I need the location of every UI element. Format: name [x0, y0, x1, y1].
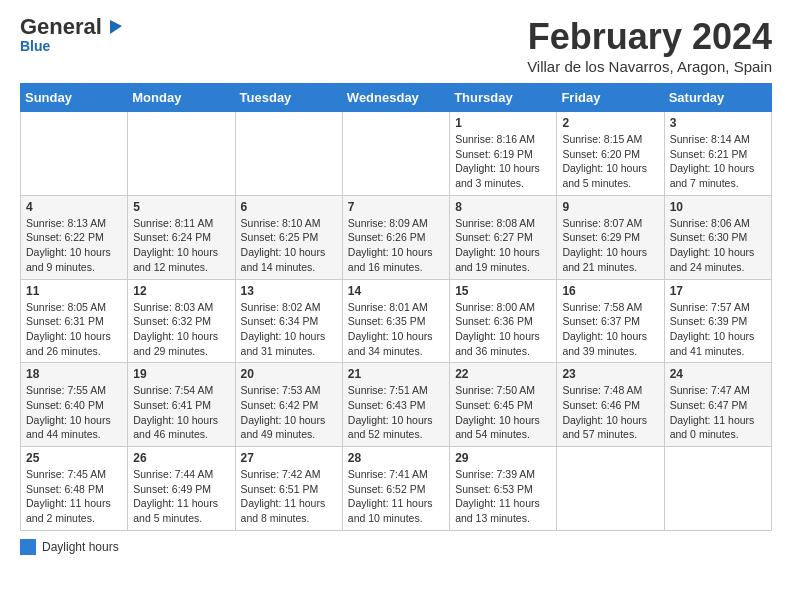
header: General Blue February 2024 Villar de los… — [20, 16, 772, 75]
calendar-table: SundayMondayTuesdayWednesdayThursdayFrid… — [20, 83, 772, 531]
calendar-cell: 9Sunrise: 8:07 AM Sunset: 6:29 PM Daylig… — [557, 195, 664, 279]
calendar-cell — [342, 112, 449, 196]
calendar-cell — [21, 112, 128, 196]
calendar-cell: 22Sunrise: 7:50 AM Sunset: 6:45 PM Dayli… — [450, 363, 557, 447]
day-number: 18 — [26, 367, 122, 381]
legend-color-box — [20, 539, 36, 555]
calendar-cell: 11Sunrise: 8:05 AM Sunset: 6:31 PM Dayli… — [21, 279, 128, 363]
day-info: Sunrise: 7:53 AM Sunset: 6:42 PM Dayligh… — [241, 383, 337, 442]
calendar-cell: 20Sunrise: 7:53 AM Sunset: 6:42 PM Dayli… — [235, 363, 342, 447]
calendar-cell: 28Sunrise: 7:41 AM Sunset: 6:52 PM Dayli… — [342, 447, 449, 531]
day-number: 29 — [455, 451, 551, 465]
day-info: Sunrise: 8:16 AM Sunset: 6:19 PM Dayligh… — [455, 132, 551, 191]
day-info: Sunrise: 8:05 AM Sunset: 6:31 PM Dayligh… — [26, 300, 122, 359]
subtitle: Villar de los Navarros, Aragon, Spain — [527, 58, 772, 75]
day-number: 7 — [348, 200, 444, 214]
calendar-cell: 23Sunrise: 7:48 AM Sunset: 6:46 PM Dayli… — [557, 363, 664, 447]
day-number: 9 — [562, 200, 658, 214]
calendar-cell: 6Sunrise: 8:10 AM Sunset: 6:25 PM Daylig… — [235, 195, 342, 279]
calendar-cell: 24Sunrise: 7:47 AM Sunset: 6:47 PM Dayli… — [664, 363, 771, 447]
day-number: 27 — [241, 451, 337, 465]
calendar-cell: 8Sunrise: 8:08 AM Sunset: 6:27 PM Daylig… — [450, 195, 557, 279]
day-info: Sunrise: 7:51 AM Sunset: 6:43 PM Dayligh… — [348, 383, 444, 442]
day-info: Sunrise: 7:55 AM Sunset: 6:40 PM Dayligh… — [26, 383, 122, 442]
day-info: Sunrise: 8:07 AM Sunset: 6:29 PM Dayligh… — [562, 216, 658, 275]
day-number: 15 — [455, 284, 551, 298]
calendar-cell: 1Sunrise: 8:16 AM Sunset: 6:19 PM Daylig… — [450, 112, 557, 196]
day-info: Sunrise: 7:57 AM Sunset: 6:39 PM Dayligh… — [670, 300, 766, 359]
day-info: Sunrise: 7:39 AM Sunset: 6:53 PM Dayligh… — [455, 467, 551, 526]
logo-triangle-icon — [102, 16, 124, 38]
calendar-cell: 25Sunrise: 7:45 AM Sunset: 6:48 PM Dayli… — [21, 447, 128, 531]
day-number: 14 — [348, 284, 444, 298]
day-info: Sunrise: 8:02 AM Sunset: 6:34 PM Dayligh… — [241, 300, 337, 359]
day-number: 2 — [562, 116, 658, 130]
main-title: February 2024 — [527, 16, 772, 58]
day-number: 28 — [348, 451, 444, 465]
calendar-cell: 15Sunrise: 8:00 AM Sunset: 6:36 PM Dayli… — [450, 279, 557, 363]
column-header-saturday: Saturday — [664, 84, 771, 112]
column-header-monday: Monday — [128, 84, 235, 112]
day-number: 4 — [26, 200, 122, 214]
logo: General Blue — [20, 16, 124, 54]
column-header-wednesday: Wednesday — [342, 84, 449, 112]
day-number: 16 — [562, 284, 658, 298]
day-info: Sunrise: 8:03 AM Sunset: 6:32 PM Dayligh… — [133, 300, 229, 359]
day-info: Sunrise: 7:58 AM Sunset: 6:37 PM Dayligh… — [562, 300, 658, 359]
day-info: Sunrise: 8:00 AM Sunset: 6:36 PM Dayligh… — [455, 300, 551, 359]
day-info: Sunrise: 8:09 AM Sunset: 6:26 PM Dayligh… — [348, 216, 444, 275]
day-info: Sunrise: 7:50 AM Sunset: 6:45 PM Dayligh… — [455, 383, 551, 442]
column-header-friday: Friday — [557, 84, 664, 112]
logo-text-general: General — [20, 16, 102, 38]
day-number: 22 — [455, 367, 551, 381]
day-info: Sunrise: 7:44 AM Sunset: 6:49 PM Dayligh… — [133, 467, 229, 526]
day-number: 20 — [241, 367, 337, 381]
calendar-cell: 17Sunrise: 7:57 AM Sunset: 6:39 PM Dayli… — [664, 279, 771, 363]
column-header-sunday: Sunday — [21, 84, 128, 112]
column-header-thursday: Thursday — [450, 84, 557, 112]
day-info: Sunrise: 7:47 AM Sunset: 6:47 PM Dayligh… — [670, 383, 766, 442]
legend-label: Daylight hours — [42, 540, 119, 554]
calendar-cell — [664, 447, 771, 531]
day-info: Sunrise: 8:08 AM Sunset: 6:27 PM Dayligh… — [455, 216, 551, 275]
calendar-cell: 14Sunrise: 8:01 AM Sunset: 6:35 PM Dayli… — [342, 279, 449, 363]
day-number: 19 — [133, 367, 229, 381]
legend: Daylight hours — [20, 539, 772, 555]
day-number: 24 — [670, 367, 766, 381]
calendar-cell: 3Sunrise: 8:14 AM Sunset: 6:21 PM Daylig… — [664, 112, 771, 196]
calendar-cell: 13Sunrise: 8:02 AM Sunset: 6:34 PM Dayli… — [235, 279, 342, 363]
day-number: 21 — [348, 367, 444, 381]
day-number: 3 — [670, 116, 766, 130]
svg-marker-0 — [110, 20, 122, 34]
day-number: 17 — [670, 284, 766, 298]
day-number: 25 — [26, 451, 122, 465]
day-number: 13 — [241, 284, 337, 298]
calendar-cell: 7Sunrise: 8:09 AM Sunset: 6:26 PM Daylig… — [342, 195, 449, 279]
day-number: 1 — [455, 116, 551, 130]
calendar-cell: 19Sunrise: 7:54 AM Sunset: 6:41 PM Dayli… — [128, 363, 235, 447]
calendar-cell: 2Sunrise: 8:15 AM Sunset: 6:20 PM Daylig… — [557, 112, 664, 196]
day-info: Sunrise: 7:42 AM Sunset: 6:51 PM Dayligh… — [241, 467, 337, 526]
calendar-cell — [557, 447, 664, 531]
calendar-cell: 4Sunrise: 8:13 AM Sunset: 6:22 PM Daylig… — [21, 195, 128, 279]
day-number: 5 — [133, 200, 229, 214]
day-number: 23 — [562, 367, 658, 381]
logo-text-blue: Blue — [20, 38, 50, 54]
day-number: 10 — [670, 200, 766, 214]
calendar-cell: 18Sunrise: 7:55 AM Sunset: 6:40 PM Dayli… — [21, 363, 128, 447]
day-info: Sunrise: 7:41 AM Sunset: 6:52 PM Dayligh… — [348, 467, 444, 526]
day-number: 11 — [26, 284, 122, 298]
calendar-cell — [235, 112, 342, 196]
day-info: Sunrise: 7:45 AM Sunset: 6:48 PM Dayligh… — [26, 467, 122, 526]
calendar-cell — [128, 112, 235, 196]
day-info: Sunrise: 8:06 AM Sunset: 6:30 PM Dayligh… — [670, 216, 766, 275]
day-number: 8 — [455, 200, 551, 214]
day-info: Sunrise: 8:11 AM Sunset: 6:24 PM Dayligh… — [133, 216, 229, 275]
column-header-tuesday: Tuesday — [235, 84, 342, 112]
calendar-cell: 29Sunrise: 7:39 AM Sunset: 6:53 PM Dayli… — [450, 447, 557, 531]
calendar-cell: 12Sunrise: 8:03 AM Sunset: 6:32 PM Dayli… — [128, 279, 235, 363]
day-info: Sunrise: 7:54 AM Sunset: 6:41 PM Dayligh… — [133, 383, 229, 442]
day-number: 12 — [133, 284, 229, 298]
day-info: Sunrise: 8:10 AM Sunset: 6:25 PM Dayligh… — [241, 216, 337, 275]
day-info: Sunrise: 8:13 AM Sunset: 6:22 PM Dayligh… — [26, 216, 122, 275]
